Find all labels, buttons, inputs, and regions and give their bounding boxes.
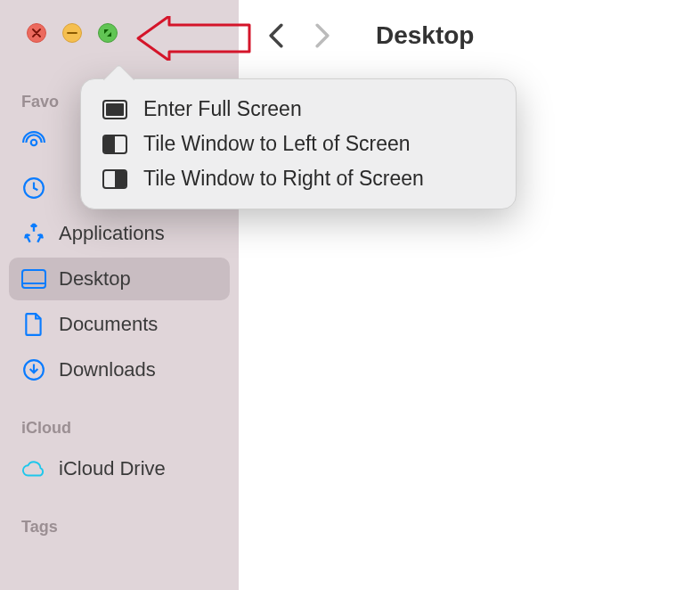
menu-item-label: Enter Full Screen [143,97,302,121]
menu-item-tile-left[interactable]: Tile Window to Left of Screen [90,127,507,161]
tile-right-icon [102,169,127,189]
applications-icon [21,221,46,246]
forward-button[interactable] [312,25,333,46]
airdrop-icon [21,130,46,155]
maximize-icon [102,28,113,38]
minimize-button[interactable] [62,23,82,43]
sidebar-item-label: Documents [59,313,158,336]
section-header-tags: Tags [0,512,239,544]
document-icon [21,312,46,337]
svg-rect-2 [22,270,45,288]
chevron-right-icon [313,23,331,48]
chevron-left-icon [267,23,285,48]
menu-item-label: Tile Window to Left of Screen [143,132,411,156]
download-icon [21,357,46,382]
fullscreen-icon [102,100,127,119]
minimize-icon [67,29,77,37]
sidebar-item-applications[interactable]: Applications [9,212,230,255]
clock-icon [21,176,46,201]
sidebar-item-desktop[interactable]: Desktop [9,258,230,300]
sidebar-item-label: iCloud Drive [59,457,166,480]
section-header-icloud: iCloud [0,414,239,445]
menu-item-tile-right[interactable]: Tile Window to Right of Screen [90,161,507,196]
sidebar-item-label: Downloads [59,358,156,381]
maximize-button[interactable] [98,23,118,43]
sidebar-item-label: Applications [59,222,165,245]
close-button[interactable] [27,23,46,43]
icloud-icon [21,456,46,481]
page-title: Desktop [376,21,474,50]
back-button[interactable] [265,25,287,46]
toolbar: Desktop [239,0,700,71]
window-resize-popover: Enter Full Screen Tile Window to Left of… [80,78,517,209]
svg-point-0 [31,140,37,146]
menu-item-label: Tile Window to Right of Screen [143,167,424,191]
desktop-icon [21,266,46,291]
menu-item-enter-full-screen[interactable]: Enter Full Screen [90,92,507,127]
sidebar-item-downloads[interactable]: Downloads [9,348,230,391]
sidebar-item-label: Desktop [59,267,131,291]
close-icon [32,29,41,37]
window-controls [0,23,239,43]
sidebar-item-icloud-drive[interactable]: iCloud Drive [9,447,230,490]
sidebar-item-documents[interactable]: Documents [9,303,230,346]
tile-left-icon [102,135,127,154]
